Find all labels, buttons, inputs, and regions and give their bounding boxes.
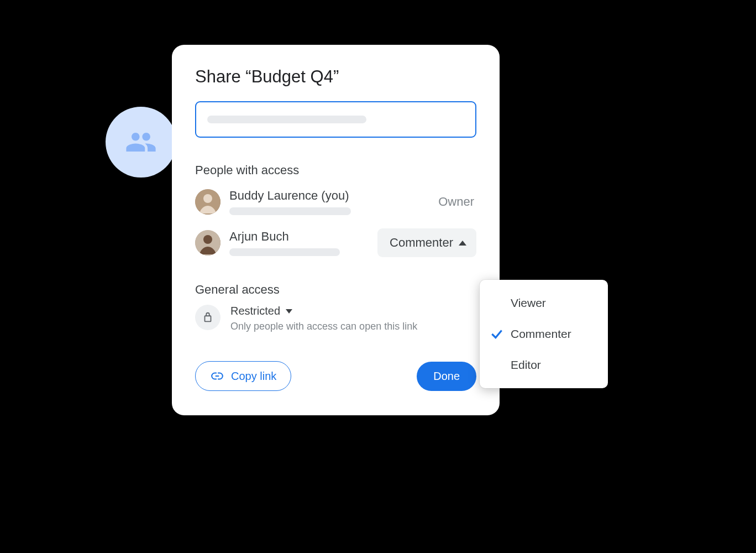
- done-button[interactable]: Done: [417, 362, 476, 391]
- svg-point-3: [203, 235, 212, 244]
- role-option-label: Viewer: [511, 296, 546, 310]
- role-label-owner: Owner: [438, 195, 476, 209]
- role-menu: Viewer Commenter Editor: [480, 280, 608, 388]
- lock-icon: [202, 311, 214, 324]
- general-access-description: Only people with access can open this li…: [230, 321, 417, 332]
- people-icon: [125, 126, 157, 158]
- chevron-down-icon: [286, 309, 292, 314]
- link-icon: [210, 369, 224, 383]
- person-name: Buddy Laurence (you): [229, 189, 438, 203]
- role-option-viewer[interactable]: Viewer: [480, 288, 608, 319]
- person-row: Buddy Laurence (you) Owner: [195, 185, 476, 225]
- person-name: Arjun Buch: [229, 229, 377, 244]
- copy-link-label: Copy link: [231, 370, 276, 383]
- general-access-label: Restricted: [230, 305, 280, 317]
- role-option-commenter[interactable]: Commenter: [480, 319, 608, 349]
- person-email-skeleton: [229, 207, 351, 215]
- role-option-label: Editor: [511, 358, 541, 372]
- role-dropdown-label: Commenter: [390, 236, 453, 250]
- person-email-skeleton: [229, 248, 340, 256]
- avatar: [195, 230, 221, 255]
- copy-link-button[interactable]: Copy link: [195, 361, 291, 391]
- general-access-heading: General access: [195, 283, 476, 297]
- people-with-access-heading: People with access: [195, 163, 476, 178]
- role-option-label: Commenter: [511, 327, 571, 341]
- people-decorative-badge: [106, 107, 176, 178]
- svg-point-1: [203, 194, 212, 203]
- add-people-input[interactable]: [195, 101, 476, 138]
- avatar: [195, 189, 221, 215]
- lock-icon-circle: [195, 305, 221, 330]
- check-icon: [490, 327, 511, 341]
- chevron-up-icon: [459, 241, 466, 246]
- general-access-dropdown[interactable]: Restricted: [230, 305, 417, 317]
- dialog-title: Share “Budget Q4”: [195, 67, 476, 87]
- person-row: Arjun Buch Commenter: [195, 225, 476, 267]
- role-dropdown-button[interactable]: Commenter: [377, 228, 476, 257]
- role-option-editor[interactable]: Editor: [480, 349, 608, 380]
- input-placeholder-skeleton: [207, 116, 366, 123]
- share-dialog: Share “Budget Q4” People with access Bud…: [172, 45, 500, 415]
